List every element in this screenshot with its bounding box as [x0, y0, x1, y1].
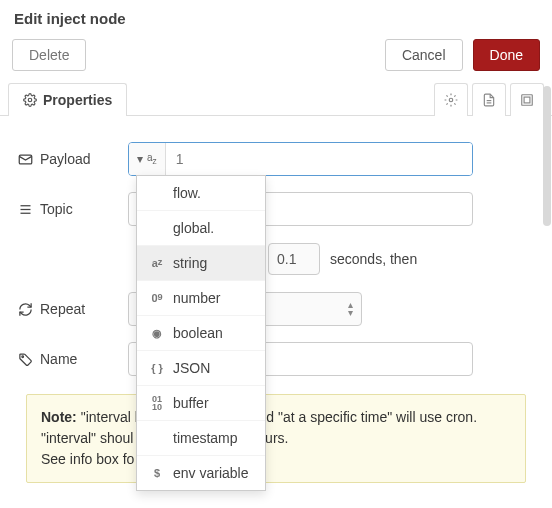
- tag-icon: [18, 352, 33, 367]
- done-button[interactable]: Done: [473, 39, 540, 71]
- svg-rect-4: [522, 95, 533, 106]
- note-text: "interval" shoul: [41, 430, 133, 446]
- document-icon: [482, 93, 496, 107]
- svg-point-10: [22, 355, 24, 357]
- label-repeat: Repeat: [18, 301, 128, 317]
- type-option-label: JSON: [173, 360, 210, 376]
- repeat-icon: [18, 302, 33, 317]
- select-stepper-icon: ▴▾: [348, 301, 353, 317]
- type-option-label: flow.: [173, 185, 201, 201]
- delay-seconds-input[interactable]: [268, 243, 320, 275]
- payload-typed-input: ▾ az: [128, 142, 473, 176]
- caret-down-icon: ▾: [137, 152, 143, 166]
- type-option-boolean[interactable]: ◉ boolean: [137, 316, 265, 351]
- payload-type-trigger[interactable]: ▾ az: [129, 143, 166, 175]
- label-name-text: Name: [40, 351, 77, 367]
- label-topic: Topic: [18, 201, 128, 217]
- type-option-flow[interactable]: flow.: [137, 176, 265, 211]
- row-payload: Payload ▾ az: [18, 142, 534, 176]
- settings-tool-button[interactable]: [434, 83, 468, 116]
- type-option-timestamp[interactable]: timestamp: [137, 421, 265, 456]
- type-option-json[interactable]: { } JSON: [137, 351, 265, 386]
- type-option-label: env variable: [173, 465, 249, 481]
- gear-icon: [23, 93, 37, 107]
- row-delay: seconds, then: [18, 242, 534, 276]
- label-topic-text: Topic: [40, 201, 73, 217]
- form-area: Payload ▾ az Topic secon: [0, 116, 552, 493]
- delay-suffix-text: seconds, then: [330, 251, 417, 267]
- docs-tool-button[interactable]: [472, 83, 506, 116]
- delete-button[interactable]: Delete: [12, 39, 86, 71]
- vertical-scrollbar[interactable]: [543, 86, 551, 226]
- tabs: Properties: [0, 83, 552, 116]
- type-option-label: boolean: [173, 325, 223, 341]
- type-option-number[interactable]: 09 number: [137, 281, 265, 316]
- 09-icon: 09: [149, 292, 165, 304]
- label-name: Name: [18, 351, 128, 367]
- note-lead: Note:: [41, 409, 77, 425]
- type-option-global[interactable]: global.: [137, 211, 265, 246]
- type-option-label: global.: [173, 220, 214, 236]
- note-text: See info box fo: [41, 451, 134, 467]
- svg-point-0: [28, 98, 32, 102]
- tab-properties-label: Properties: [43, 92, 112, 108]
- row-repeat: Repeat ▴▾: [18, 292, 534, 326]
- row-name: Name: [18, 342, 534, 376]
- cron-note: Note: "interval b d "at a specific time"…: [26, 394, 526, 483]
- az-icon: az: [149, 257, 165, 269]
- layout-tool-button[interactable]: [510, 83, 544, 116]
- row-topic: Topic: [18, 192, 534, 226]
- action-bar: Delete Cancel Done: [0, 35, 552, 83]
- label-payload: Payload: [18, 151, 128, 167]
- payload-value-input[interactable]: [166, 143, 472, 175]
- type-option-label: timestamp: [173, 430, 238, 446]
- note-text: d "at a specific time" will use cron.: [266, 409, 477, 425]
- type-option-env[interactable]: $ env variable: [137, 456, 265, 490]
- type-option-label: number: [173, 290, 220, 306]
- type-option-buffer[interactable]: 0110 buffer: [137, 386, 265, 421]
- cancel-button[interactable]: Cancel: [385, 39, 463, 71]
- label-payload-text: Payload: [40, 151, 91, 167]
- payload-type-dropdown: flow. global. az string 09 number ◉ bool…: [136, 175, 266, 491]
- dollar-icon: $: [149, 467, 165, 479]
- note-text: "interval b: [77, 409, 143, 425]
- type-string-icon: az: [147, 152, 157, 166]
- binary-icon: 0110: [149, 395, 165, 411]
- type-option-label: string: [173, 255, 207, 271]
- envelope-icon: [18, 152, 33, 167]
- list-icon: [18, 202, 33, 217]
- gear-icon: [444, 93, 458, 107]
- tab-properties[interactable]: Properties: [8, 83, 127, 116]
- svg-point-1: [449, 98, 453, 102]
- boolean-icon: ◉: [149, 327, 165, 340]
- dialog-title: Edit inject node: [0, 0, 552, 35]
- type-option-label: buffer: [173, 395, 209, 411]
- layout-icon: [520, 93, 534, 107]
- svg-rect-5: [524, 97, 530, 103]
- type-option-string[interactable]: az string: [137, 246, 265, 281]
- label-repeat-text: Repeat: [40, 301, 85, 317]
- braces-icon: { }: [149, 362, 165, 374]
